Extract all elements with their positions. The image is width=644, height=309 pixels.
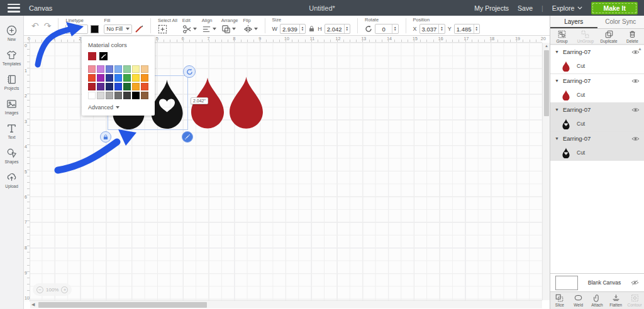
caret-down-icon[interactable]: ▼: [555, 79, 559, 83]
select-all-button[interactable]: [158, 24, 167, 34]
color-swatch[interactable]: [88, 83, 96, 90]
align-button[interactable]: [202, 24, 216, 34]
layer-group[interactable]: ▼Earring-07Cut: [550, 45, 644, 74]
color-swatch[interactable]: [123, 92, 131, 99]
color-swatch[interactable]: [106, 83, 113, 90]
color-swatch[interactable]: [114, 83, 122, 90]
caret-down-icon[interactable]: ▼: [555, 136, 559, 141]
flatten-button[interactable]: Flatten: [606, 292, 625, 309]
color-swatch[interactable]: [106, 92, 113, 99]
layer-group[interactable]: ▼Earring-07Cut: [550, 132, 644, 161]
attach-button[interactable]: Attach: [588, 292, 607, 309]
current-color-swatch[interactable]: [88, 52, 96, 60]
delete-button[interactable]: Delete: [621, 29, 644, 44]
scroll-left-icon[interactable]: ◀: [31, 302, 35, 307]
tab-color-sync[interactable]: Color Sync: [597, 16, 644, 28]
color-swatch[interactable]: [123, 74, 131, 82]
x-position-input[interactable]: 3.037▲▼: [419, 24, 445, 34]
stepper-icon[interactable]: ▲▼: [474, 24, 479, 33]
sidebar-item-text[interactable]: Text: [0, 119, 24, 143]
layer-group-header[interactable]: ▼Earring-07: [550, 103, 644, 116]
color-swatch[interactable]: [141, 92, 148, 99]
zoom-out-button[interactable]: −: [36, 286, 43, 293]
lock-handle[interactable]: [100, 131, 111, 143]
vertical-scroll-thumb[interactable]: [544, 50, 549, 116]
canvas-shape-teardrop-red-2[interactable]: [228, 76, 264, 129]
layer-cut-row[interactable]: Cut: [550, 87, 644, 102]
canvas-horizontal-scrollbar[interactable]: ◀: [30, 300, 542, 308]
color-swatch[interactable]: [114, 65, 122, 73]
make-it-button[interactable]: Make It: [591, 2, 638, 14]
width-input[interactable]: 2.939▲▼: [280, 24, 306, 34]
layer-cut-row[interactable]: Cut: [550, 145, 644, 160]
stepper-icon[interactable]: ▲▼: [392, 24, 397, 33]
layer-group-header[interactable]: ▼Earring-07: [550, 74, 644, 87]
color-swatch[interactable]: [132, 74, 140, 82]
color-swatch[interactable]: [106, 74, 113, 82]
advanced-toggle[interactable]: Advanced: [88, 104, 148, 111]
caret-down-icon[interactable]: ▼: [555, 50, 559, 54]
color-swatch[interactable]: [123, 83, 131, 90]
layer-cut-row[interactable]: Cut: [550, 116, 644, 131]
color-swatch[interactable]: [114, 74, 122, 82]
color-swatch[interactable]: [141, 74, 148, 82]
color-swatch[interactable]: [132, 65, 140, 73]
sidebar-item-shapes[interactable]: Shapes: [0, 143, 24, 168]
color-swatch[interactable]: [97, 92, 104, 99]
linetype-dropdown[interactable]: [65, 24, 88, 34]
color-swatch[interactable]: [141, 83, 148, 90]
sidebar-item-templates[interactable]: Templates: [0, 45, 24, 70]
stepper-icon[interactable]: ▲▼: [344, 24, 350, 33]
canvas-vertical-scrollbar[interactable]: ▲: [542, 43, 550, 300]
eye-off-icon[interactable]: [631, 279, 639, 286]
flip-button[interactable]: [243, 24, 258, 34]
eye-icon[interactable]: [631, 78, 640, 84]
layer-group[interactable]: ▼Earring-07Cut: [550, 74, 644, 103]
color-swatch[interactable]: [132, 83, 140, 90]
undo-button[interactable]: ↶: [29, 21, 42, 30]
color-swatch[interactable]: [97, 83, 104, 90]
sidebar-item-images[interactable]: Images: [0, 94, 24, 119]
layer-cut-row[interactable]: Cut: [550, 58, 644, 73]
color-swatch[interactable]: [88, 65, 96, 73]
layer-group-header[interactable]: ▼Earring-07: [550, 45, 644, 58]
arrange-button[interactable]: [221, 24, 236, 34]
blank-canvas-row[interactable]: Blank Canvas: [550, 273, 644, 291]
color-swatch[interactable]: [141, 65, 148, 73]
group-button[interactable]: Group: [550, 29, 574, 44]
layer-group-header[interactable]: ▼Earring-07: [550, 132, 644, 145]
rotate-handle[interactable]: [183, 65, 196, 78]
color-swatch[interactable]: [97, 65, 104, 73]
rotate-input[interactable]: 0▲▼: [375, 24, 398, 34]
fill-dropdown[interactable]: No Fill: [104, 24, 132, 34]
color-swatch[interactable]: [114, 92, 122, 99]
save-link[interactable]: Save: [518, 4, 533, 12]
stepper-icon[interactable]: ▲▼: [299, 24, 305, 33]
resize-handle[interactable]: [182, 131, 193, 143]
tab-layers[interactable]: Layers: [550, 16, 597, 28]
sidebar-item-upload[interactable]: Upload: [0, 168, 24, 192]
weld-button[interactable]: Weld: [569, 292, 588, 309]
edit-button[interactable]: [182, 24, 197, 34]
sidebar-item-new[interactable]: New: [0, 21, 24, 45]
slice-button[interactable]: Slice: [550, 292, 569, 309]
linetype-color-swatch[interactable]: [91, 25, 99, 33]
ungroup-button[interactable]: UnGroup: [574, 29, 597, 44]
layer-group[interactable]: ▼Earring-07Cut: [550, 103, 644, 132]
zoom-in-button[interactable]: +: [61, 286, 68, 293]
pen-icon[interactable]: [135, 24, 143, 33]
sidebar-item-projects[interactable]: Projects: [0, 70, 24, 94]
color-swatch[interactable]: [123, 65, 131, 73]
contour-button[interactable]: Contour: [625, 292, 644, 309]
color-swatch[interactable]: [106, 65, 113, 73]
redo-button[interactable]: ↷: [42, 21, 54, 30]
height-input[interactable]: 2.042▲▼: [325, 24, 350, 34]
eye-icon[interactable]: [631, 107, 640, 113]
eye-icon[interactable]: [631, 136, 640, 142]
explore-menu[interactable]: Explore: [552, 4, 583, 12]
hamburger-menu-icon[interactable]: [8, 4, 20, 13]
my-projects-link[interactable]: My Projects: [474, 4, 509, 12]
horizontal-scroll-thumb[interactable]: [38, 302, 207, 308]
color-swatch[interactable]: [132, 92, 140, 99]
duplicate-button[interactable]: Duplicate: [597, 29, 621, 44]
